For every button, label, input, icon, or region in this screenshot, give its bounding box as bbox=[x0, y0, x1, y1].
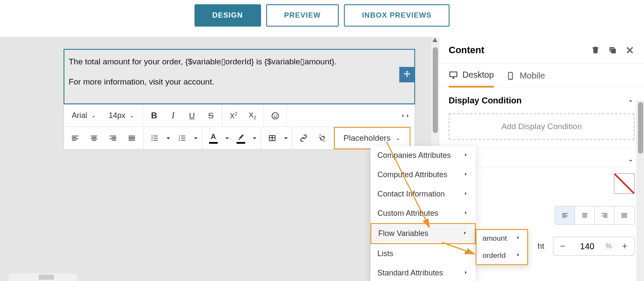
number-stepper: − 140 % + bbox=[553, 237, 635, 256]
subscript-button[interactable]: X2 bbox=[243, 106, 262, 125]
number-value[interactable]: 140 bbox=[572, 242, 602, 251]
menu-computed-attributes[interactable]: Computed Attributes bbox=[371, 165, 476, 184]
font-family-select[interactable]: Arial bbox=[66, 111, 103, 120]
highlight-options[interactable] bbox=[250, 129, 259, 148]
svg-point-2 bbox=[276, 115, 276, 115]
flow-variables-submenu: amount orderId bbox=[476, 229, 528, 265]
font-size-select[interactable]: 14px bbox=[103, 111, 141, 120]
tab-inbox-previews[interactable]: INBOX PREVIEWS bbox=[344, 4, 450, 27]
chevron-right-icon bbox=[515, 234, 521, 243]
text-block[interactable]: The total amount for your order, {$varia… bbox=[64, 49, 415, 104]
chevron-right-icon bbox=[515, 251, 521, 260]
align-left-button[interactable] bbox=[66, 129, 85, 148]
svg-point-0 bbox=[272, 112, 279, 119]
menu-custom-attributes[interactable]: Custom Attributes bbox=[371, 204, 476, 223]
chevron-down-icon bbox=[129, 113, 135, 119]
panel-scrollbar[interactable] bbox=[636, 100, 644, 281]
editor-toolbar: Arial 14px B I U S X2 X2 bbox=[64, 104, 415, 150]
scroll-up-icon[interactable] bbox=[432, 38, 437, 42]
emoji-button[interactable] bbox=[266, 106, 285, 125]
menu-flow-variables[interactable]: Flow Variables bbox=[371, 223, 476, 244]
chevron-right-icon bbox=[463, 190, 469, 199]
submenu-amount[interactable]: amount bbox=[477, 230, 527, 247]
panel-align-center[interactable] bbox=[575, 206, 595, 224]
link-button[interactable] bbox=[294, 129, 313, 148]
chevron-right-icon bbox=[463, 151, 469, 160]
menu-contact-information[interactable]: Contact Information bbox=[371, 184, 476, 204]
bold-button[interactable]: B bbox=[145, 106, 164, 125]
unordered-list-button[interactable] bbox=[145, 129, 164, 148]
chevron-right-icon bbox=[463, 209, 469, 218]
submenu-orderid[interactable]: orderId bbox=[477, 247, 527, 264]
close-icon[interactable] bbox=[625, 45, 635, 55]
increment-button[interactable]: + bbox=[615, 237, 634, 255]
align-center-button[interactable] bbox=[85, 129, 103, 148]
text-color-button[interactable]: A bbox=[204, 129, 223, 148]
chevron-right-icon bbox=[463, 269, 469, 278]
unlink-button[interactable] bbox=[313, 129, 332, 148]
svg-point-7 bbox=[510, 78, 511, 79]
svg-point-4 bbox=[152, 138, 153, 139]
duplicate-icon[interactable] bbox=[608, 45, 617, 55]
chevron-right-icon bbox=[463, 170, 469, 179]
chevron-down-icon bbox=[395, 135, 401, 141]
section-collapsed[interactable] bbox=[449, 157, 635, 164]
strikethrough-button[interactable]: S bbox=[201, 106, 220, 125]
svg-point-5 bbox=[152, 140, 153, 141]
decrement-button[interactable]: − bbox=[553, 237, 572, 255]
device-tab-mobile[interactable]: Mobile bbox=[506, 70, 545, 88]
placeholders-menu: Companies Attributes Computed Attributes… bbox=[371, 146, 476, 281]
menu-lists[interactable]: Lists bbox=[371, 244, 476, 263]
tab-preview[interactable]: PREVIEW bbox=[266, 4, 339, 27]
ul-options[interactable] bbox=[164, 129, 173, 148]
bottom-tab bbox=[9, 273, 77, 281]
move-icon[interactable] bbox=[399, 67, 415, 82]
text-line-2[interactable]: For more information, visit your account… bbox=[69, 76, 410, 88]
text-color-options[interactable] bbox=[223, 129, 231, 148]
panel-title: Content bbox=[449, 45, 583, 56]
tab-design[interactable]: DESIGN bbox=[194, 4, 261, 27]
superscript-button[interactable]: X2 bbox=[224, 106, 243, 125]
label-partial: ht bbox=[538, 242, 544, 251]
percent-label: % bbox=[602, 242, 615, 250]
panel-align-left[interactable] bbox=[555, 206, 575, 224]
align-justify-button[interactable] bbox=[122, 129, 141, 148]
color-swatch-none[interactable] bbox=[614, 173, 635, 194]
table-button[interactable] bbox=[263, 129, 282, 148]
delete-icon[interactable] bbox=[591, 45, 600, 55]
panel-align-justify[interactable] bbox=[614, 206, 634, 224]
placeholders-button[interactable]: Placeholders bbox=[337, 133, 408, 143]
chevron-right-icon bbox=[463, 249, 469, 258]
ol-options[interactable] bbox=[191, 129, 200, 148]
svg-point-1 bbox=[273, 115, 274, 115]
table-options[interactable] bbox=[282, 129, 290, 148]
svg-point-3 bbox=[152, 136, 153, 137]
underline-button[interactable]: U bbox=[182, 106, 201, 125]
chevron-down-icon bbox=[91, 113, 97, 119]
scroll-thumb[interactable] bbox=[638, 102, 643, 154]
collapse-toolbar-icon[interactable] bbox=[395, 105, 415, 127]
text-line-1[interactable]: The total amount for your order, {$varia… bbox=[69, 56, 410, 68]
text-align-group bbox=[555, 206, 635, 225]
italic-button[interactable]: I bbox=[164, 106, 182, 125]
add-display-condition-button[interactable]: Add Display Condition bbox=[449, 113, 635, 140]
panel-align-right[interactable] bbox=[595, 206, 614, 224]
chevron-right-icon bbox=[462, 229, 468, 238]
section-display-condition[interactable]: Display Condition bbox=[449, 96, 635, 106]
menu-standard-attributes[interactable]: Standard Attributes bbox=[371, 263, 476, 281]
device-tab-desktop[interactable]: Desktop bbox=[449, 70, 494, 88]
top-tabs: DESIGN PREVIEW INBOX PREVIEWS bbox=[0, 0, 644, 37]
align-right-button[interactable] bbox=[103, 129, 122, 148]
ordered-list-button[interactable] bbox=[173, 129, 191, 148]
menu-companies-attributes[interactable]: Companies Attributes bbox=[371, 146, 476, 165]
highlight-button[interactable] bbox=[231, 129, 250, 148]
scroll-thumb[interactable] bbox=[433, 47, 438, 133]
